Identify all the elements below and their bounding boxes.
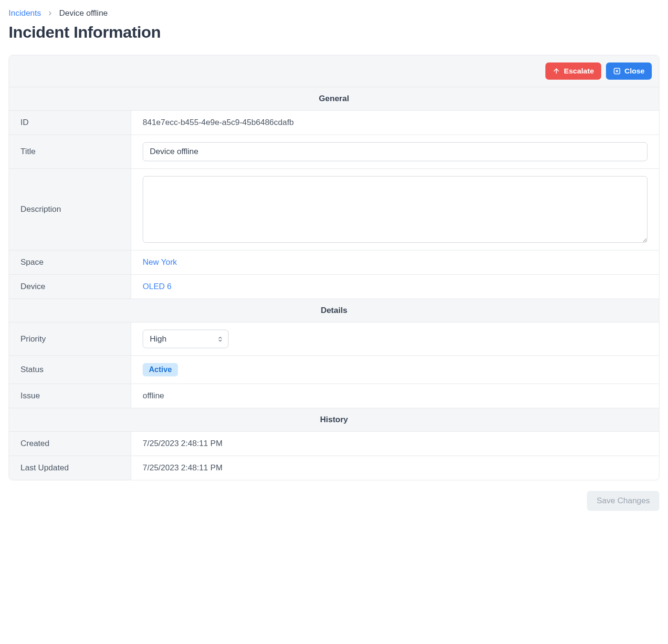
value-issue: offline <box>131 384 659 408</box>
description-textarea[interactable] <box>143 176 647 243</box>
breadcrumb-root-link[interactable]: Incidents <box>9 9 41 18</box>
close-square-icon <box>613 67 621 75</box>
label-issue: Issue <box>9 384 131 408</box>
label-created: Created <box>9 432 131 456</box>
label-status: Status <box>9 356 131 384</box>
arrow-up-icon <box>553 67 560 75</box>
row-description: Description <box>9 169 659 250</box>
breadcrumb: Incidents Device offline <box>9 9 659 18</box>
value-updated: 7/25/2023 2:48:11 PM <box>131 456 659 480</box>
row-title: Title <box>9 135 659 169</box>
label-priority: Priority <box>9 322 131 355</box>
value-created: 7/25/2023 2:48:11 PM <box>131 432 659 456</box>
section-header-general: General <box>9 87 659 111</box>
label-device: Device <box>9 275 131 299</box>
label-updated: Last Updated <box>9 456 131 480</box>
row-space: Space New York <box>9 250 659 275</box>
escalate-button-label: Escalate <box>564 67 594 75</box>
card-toolbar: Escalate Close <box>9 55 659 87</box>
title-input[interactable] <box>143 142 647 161</box>
label-title: Title <box>9 135 131 168</box>
row-created: Created 7/25/2023 2:48:11 PM <box>9 432 659 456</box>
row-status: Status Active <box>9 356 659 384</box>
value-id: 841e7ecc-b455-4e9e-a5c9-45b6486cdafb <box>131 111 659 135</box>
row-id: ID 841e7ecc-b455-4e9e-a5c9-45b6486cdafb <box>9 111 659 135</box>
priority-select[interactable]: High <box>143 330 229 348</box>
device-link[interactable]: OLED 6 <box>143 282 171 291</box>
escalate-button[interactable]: Escalate <box>545 62 601 80</box>
close-button[interactable]: Close <box>606 62 652 80</box>
row-device: Device OLED 6 <box>9 275 659 299</box>
breadcrumb-current: Device offline <box>59 9 108 18</box>
status-badge: Active <box>143 363 178 376</box>
label-id: ID <box>9 111 131 135</box>
space-link[interactable]: New York <box>143 258 177 267</box>
page-title: Incident Information <box>9 23 659 42</box>
label-space: Space <box>9 250 131 274</box>
save-changes-button[interactable]: Save Changes <box>587 491 659 511</box>
footer: Save Changes <box>9 491 659 511</box>
label-description: Description <box>9 169 131 250</box>
section-header-details: Details <box>9 299 659 322</box>
chevron-right-icon <box>47 10 53 17</box>
row-priority: Priority High <box>9 322 659 356</box>
section-header-history: History <box>9 408 659 432</box>
incident-card: Escalate Close General ID 841e7ecc-b455-… <box>9 55 659 480</box>
close-button-label: Close <box>625 67 645 75</box>
row-issue: Issue offline <box>9 384 659 408</box>
row-updated: Last Updated 7/25/2023 2:48:11 PM <box>9 456 659 480</box>
